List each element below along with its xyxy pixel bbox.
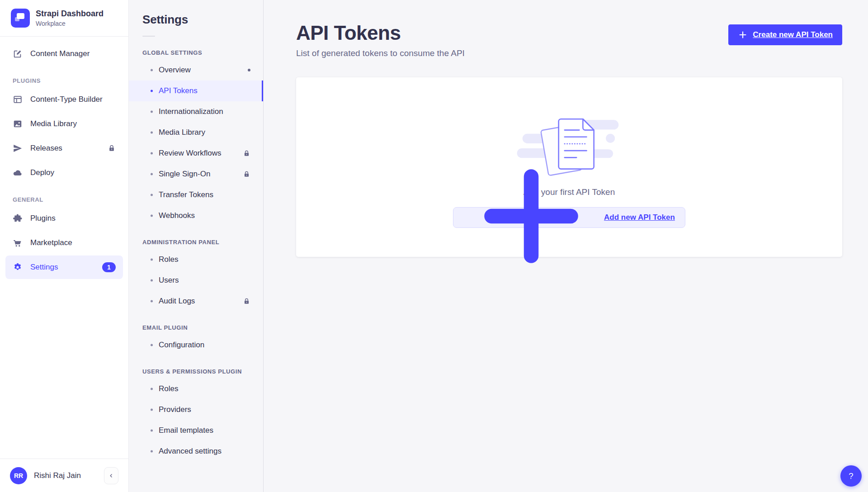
settings-nav-item-label: Webhooks (159, 211, 195, 220)
workspace-title: Strapi Dashboard (36, 9, 104, 19)
settings-sidebar: Settings GLOBAL SETTINGSOverviewAPI Toke… (129, 0, 264, 492)
releases-icon (13, 143, 23, 153)
settings-nav-item-transfer-tokens[interactable]: Transfer Tokens (129, 184, 263, 205)
notification-dot (248, 69, 250, 71)
settings-nav-item-label: Users (159, 276, 179, 285)
main-content: API Tokens List of generated tokens to c… (264, 0, 868, 492)
settings-count-badge: 1 (102, 262, 116, 272)
lock-icon (108, 144, 116, 152)
settings-icon (13, 262, 23, 272)
sidebar-section-label-plugins: PLUGINS (0, 77, 128, 84)
settings-title: Settings (129, 13, 263, 27)
plus-icon (463, 148, 599, 286)
settings-nav-item-advanced-settings[interactable]: Advanced settings (129, 441, 263, 462)
settings-nav-item-label: Roles (159, 384, 178, 393)
settings-nav-item-review-workflows[interactable]: Review Workflows (129, 143, 263, 164)
settings-nav-item-label: Media Library (159, 128, 205, 137)
page-title: API Tokens (296, 23, 465, 43)
settings-nav-item-internationalization[interactable]: Internationalization (129, 101, 263, 122)
settings-nav-item-webhooks[interactable]: Webhooks (129, 205, 263, 226)
page-header-text: API Tokens List of generated tokens to c… (296, 23, 465, 58)
settings-nav-item-label: API Tokens (159, 86, 198, 95)
settings-section-label-email-plugin: EMAIL PLUGIN (129, 324, 263, 331)
sidebar-section-label-general: GENERAL (0, 196, 128, 203)
chevron-left-icon (107, 472, 115, 480)
content-type-builder-icon (13, 95, 23, 104)
page-subtitle: List of generated tokens to consume the … (296, 48, 465, 58)
lock-icon (243, 170, 250, 178)
help-button[interactable]: ? (840, 465, 862, 487)
settings-nav-item-configuration[interactable]: Configuration (129, 335, 263, 355)
workspace-switcher[interactable]: Strapi Dashboard Workplace (0, 0, 128, 36)
settings-nav-item-audit-logs[interactable]: Audit Logs (129, 291, 263, 312)
app-root: Strapi Dashboard Workplace Content Manag… (0, 0, 868, 492)
settings-nav-item-roles[interactable]: Roles (129, 249, 263, 270)
sidebar-item-label: Content Manager (30, 49, 90, 58)
deploy-icon (13, 168, 23, 178)
settings-nav-item-label: Transfer Tokens (159, 190, 213, 199)
settings-nav-item-media-library[interactable]: Media Library (129, 122, 263, 143)
sidebar-item-label: Releases (30, 144, 62, 153)
avatar[interactable]: RR (10, 467, 27, 484)
plus-icon (738, 30, 748, 40)
add-api-token-label: Add new API Token (604, 213, 675, 222)
brand-text: Strapi Dashboard Workplace (36, 9, 104, 27)
settings-nav-item-label: Audit Logs (159, 297, 195, 306)
user-name: Rishi Raj Jain (34, 471, 81, 480)
sidebar-item-label: Plugins (30, 214, 56, 223)
marketplace-icon (13, 238, 23, 248)
settings-nav-item-api-tokens[interactable]: API Tokens (129, 80, 263, 101)
settings-nav-item-label: Internationalization (159, 107, 223, 116)
strapi-logo-icon (11, 9, 30, 28)
settings-nav-item-label: Review Workflows (159, 149, 222, 158)
settings-nav-item-providers[interactable]: Providers (129, 399, 263, 420)
sidebar-nav: Content ManagerPLUGINSContent-Type Build… (0, 37, 128, 459)
settings-nav-item-users[interactable]: Users (129, 270, 263, 291)
sidebar-item-label: Marketplace (30, 238, 72, 247)
main-sidebar: Strapi Dashboard Workplace Content Manag… (0, 0, 129, 492)
settings-nav-item-roles[interactable]: Roles (129, 378, 263, 399)
settings-nav-item-label: Single Sign-On (159, 170, 210, 179)
settings-nav-item-label: Roles (159, 255, 178, 264)
settings-nav-item-label: Email templates (159, 426, 213, 435)
settings-nav-item-single-sign-on[interactable]: Single Sign-On (129, 164, 263, 184)
settings-nav-item-overview[interactable]: Overview (129, 60, 263, 80)
sidebar-item-content-type-builder[interactable]: Content-Type Builder (5, 88, 123, 111)
lock-icon (243, 298, 250, 305)
content-manager-icon (13, 49, 23, 59)
settings-nav-item-label: Overview (159, 66, 191, 75)
sidebar-item-deploy[interactable]: Deploy (5, 161, 123, 184)
page-header: API Tokens List of generated tokens to c… (296, 0, 842, 58)
settings-nav-item-label: Configuration (159, 341, 204, 350)
settings-section-label-global-settings: GLOBAL SETTINGS (129, 49, 263, 56)
plugins-icon (13, 213, 23, 223)
sidebar-item-label: Content-Type Builder (30, 95, 103, 104)
sidebar-item-label: Media Library (30, 119, 77, 128)
sidebar-item-label: Deploy (30, 168, 54, 177)
sidebar-item-releases[interactable]: Releases (5, 137, 123, 160)
sidebar-item-marketplace[interactable]: Marketplace (5, 231, 123, 255)
empty-state-card: Add your first API Token Add new API Tok… (296, 77, 842, 257)
logo-shape (15, 17, 19, 21)
create-api-token-label: Create new API Token (753, 30, 833, 39)
user-row: RR Rishi Raj Jain (0, 459, 128, 492)
settings-nav-item-label: Advanced settings (159, 447, 222, 456)
settings-nav-item-email-templates[interactable]: Email templates (129, 420, 263, 441)
lock-icon (243, 150, 250, 157)
media-library-icon (13, 119, 23, 129)
sidebar-item-content-manager[interactable]: Content Manager (5, 42, 123, 66)
settings-section-label-users-permissions-plugin: USERS & PERMISSIONS PLUGIN (129, 368, 263, 375)
settings-nav-sections: GLOBAL SETTINGSOverviewAPI TokensInterna… (129, 49, 263, 462)
collapse-sidebar-button[interactable] (104, 467, 118, 484)
sidebar-item-label: Settings (30, 263, 58, 272)
settings-nav-item-label: Providers (159, 405, 191, 414)
sidebar-item-media-library[interactable]: Media Library (5, 112, 123, 136)
workspace-subtitle: Workplace (36, 20, 104, 27)
sidebar-item-settings[interactable]: Settings1 (5, 255, 123, 279)
settings-section-label-administration-panel: ADMINISTRATION PANEL (129, 239, 263, 246)
divider (142, 36, 155, 37)
sidebar-item-plugins[interactable]: Plugins (5, 207, 123, 230)
create-api-token-button[interactable]: Create new API Token (728, 24, 842, 45)
add-api-token-button[interactable]: Add new API Token (453, 207, 685, 228)
